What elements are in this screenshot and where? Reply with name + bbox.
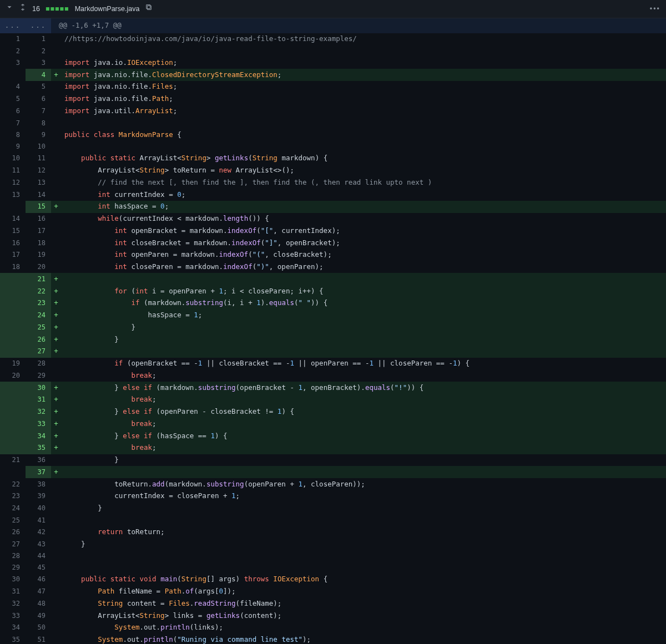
code-cell[interactable] xyxy=(61,346,666,358)
code-cell[interactable] xyxy=(61,141,666,153)
line-number-old[interactable] xyxy=(0,333,26,346)
code-cell[interactable]: int currentIndex = 0; xyxy=(61,189,666,201)
line-number-old[interactable]: 12 xyxy=(0,176,26,189)
line-number-old[interactable]: 18 xyxy=(0,261,26,273)
line-number-new[interactable]: 33 xyxy=(26,418,51,430)
line-number-old[interactable]: 13 xyxy=(0,189,26,201)
line-number-new[interactable]: 35 xyxy=(26,442,51,454)
line-number-new[interactable]: 38 xyxy=(26,478,51,490)
code-cell[interactable] xyxy=(61,273,666,285)
code-cell[interactable] xyxy=(61,466,666,478)
line-number-new[interactable]: 43 xyxy=(26,538,51,550)
line-number-new[interactable]: 34 xyxy=(26,430,51,442)
line-number-old[interactable]: 5 xyxy=(0,93,26,105)
code-cell[interactable] xyxy=(61,562,666,574)
line-number-new[interactable]: 19 xyxy=(26,249,51,261)
line-number-new[interactable]: 18 xyxy=(26,237,51,249)
code-cell[interactable]: import java.util.ArrayList; xyxy=(61,105,666,117)
code-cell[interactable]: int closeBracket = markdown.indexOf("]",… xyxy=(61,237,666,249)
code-cell[interactable]: ArrayList<String> links = getLinks(conte… xyxy=(61,610,666,622)
file-name[interactable]: MarkdownParse.java xyxy=(75,4,140,14)
line-number-new[interactable]: 12 xyxy=(26,165,51,177)
line-number-old[interactable]: 33 xyxy=(0,610,26,622)
line-number-old[interactable]: 11 xyxy=(0,165,26,177)
line-number-new[interactable]: 32 xyxy=(26,406,51,418)
line-number-new[interactable]: 40 xyxy=(26,503,51,515)
line-number-new[interactable]: 10 xyxy=(26,141,51,153)
line-number-new[interactable]: 23 xyxy=(26,297,51,310)
line-number-old[interactable] xyxy=(0,346,26,358)
code-cell[interactable]: } xyxy=(61,503,666,515)
code-cell[interactable]: import java.nio.file.ClosedDirectoryStre… xyxy=(61,69,666,81)
line-number-old[interactable]: 9 xyxy=(0,141,26,153)
code-cell[interactable]: break; xyxy=(61,394,666,406)
code-cell[interactable]: import java.nio.file.Path; xyxy=(61,93,666,105)
line-number-old[interactable]: 26 xyxy=(0,526,26,538)
line-number-old[interactable]: 3 xyxy=(0,57,26,69)
line-number-old[interactable] xyxy=(0,418,26,430)
code-cell[interactable]: break; xyxy=(61,369,666,382)
line-number-old[interactable] xyxy=(0,201,26,213)
code-cell[interactable]: if (markdown.substring(i, i + 1).equals(… xyxy=(61,297,666,310)
line-number-old[interactable]: 30 xyxy=(0,574,26,586)
code-cell[interactable]: System.out.println(links); xyxy=(61,622,666,634)
code-cell[interactable]: //https://howtodoinjava.com/java/io/java… xyxy=(61,33,666,45)
line-number-old[interactable]: 23 xyxy=(0,490,26,503)
code-cell[interactable]: // find the next [, then find the ], the… xyxy=(61,176,666,189)
line-number-old[interactable]: 8 xyxy=(0,129,26,141)
expand-up-left-icon[interactable]: ... xyxy=(0,18,26,33)
line-number-new[interactable]: 28 xyxy=(26,358,51,370)
code-cell[interactable]: if (openBracket == -1 || closeBracket ==… xyxy=(61,358,666,370)
line-number-new[interactable]: 30 xyxy=(26,382,51,394)
code-cell[interactable]: System.out.println("Runing via command l… xyxy=(61,634,666,645)
line-number-new[interactable]: 6 xyxy=(26,93,51,105)
line-number-new[interactable]: 36 xyxy=(26,454,51,466)
code-cell[interactable]: break; xyxy=(61,418,666,430)
line-number-old[interactable]: 31 xyxy=(0,586,26,598)
line-number-new[interactable]: 37 xyxy=(26,466,51,478)
code-cell[interactable]: } else if (openParen - closeBracket != 1… xyxy=(61,406,666,418)
line-number-old[interactable]: 21 xyxy=(0,454,26,466)
code-cell[interactable]: int closeParen = markdown.indexOf(")", o… xyxy=(61,261,666,273)
code-cell[interactable]: } xyxy=(61,454,666,466)
code-cell[interactable]: } xyxy=(61,321,666,333)
code-cell[interactable]: public class MarkdownParse { xyxy=(61,129,666,141)
line-number-new[interactable]: 47 xyxy=(26,586,51,598)
code-cell[interactable] xyxy=(61,514,666,526)
line-number-new[interactable]: 9 xyxy=(26,129,51,141)
line-number-new[interactable]: 3 xyxy=(26,57,51,69)
line-number-old[interactable] xyxy=(0,69,26,81)
line-number-new[interactable]: 14 xyxy=(26,189,51,201)
line-number-old[interactable]: 24 xyxy=(0,503,26,515)
line-number-new[interactable]: 16 xyxy=(26,213,51,225)
line-number-old[interactable] xyxy=(0,285,26,297)
line-number-old[interactable]: 2 xyxy=(0,45,26,57)
line-number-new[interactable]: 21 xyxy=(26,273,51,285)
line-number-new[interactable]: 22 xyxy=(26,285,51,297)
line-number-new[interactable]: 29 xyxy=(26,369,51,382)
line-number-new[interactable]: 11 xyxy=(26,153,51,165)
line-number-new[interactable]: 13 xyxy=(26,176,51,189)
line-number-new[interactable]: 31 xyxy=(26,394,51,406)
kebab-menu-icon[interactable]: ••• xyxy=(650,4,660,14)
code-cell[interactable]: int hasSpace = 0; xyxy=(61,201,666,213)
code-cell[interactable] xyxy=(61,45,666,57)
copy-icon[interactable] xyxy=(145,3,153,14)
code-cell[interactable]: public static ArrayList<String> getLinks… xyxy=(61,153,666,165)
line-number-old[interactable]: 6 xyxy=(0,105,26,117)
line-number-new[interactable]: 49 xyxy=(26,610,51,622)
code-cell[interactable]: toReturn.add(markdown.substring(openPare… xyxy=(61,478,666,490)
line-number-old[interactable]: 29 xyxy=(0,562,26,574)
line-number-old[interactable] xyxy=(0,406,26,418)
line-number-new[interactable]: 20 xyxy=(26,261,51,273)
line-number-old[interactable]: 25 xyxy=(0,514,26,526)
line-number-old[interactable] xyxy=(0,442,26,454)
line-number-old[interactable]: 35 xyxy=(0,634,26,645)
line-number-old[interactable]: 1 xyxy=(0,33,26,45)
line-number-new[interactable]: 42 xyxy=(26,526,51,538)
line-number-new[interactable]: 24 xyxy=(26,310,51,322)
code-cell[interactable]: public static void main(String[] args) t… xyxy=(61,574,666,586)
line-number-new[interactable]: 5 xyxy=(26,81,51,93)
code-cell[interactable]: while(currentIndex < markdown.length()) … xyxy=(61,213,666,225)
code-cell[interactable] xyxy=(61,117,666,129)
